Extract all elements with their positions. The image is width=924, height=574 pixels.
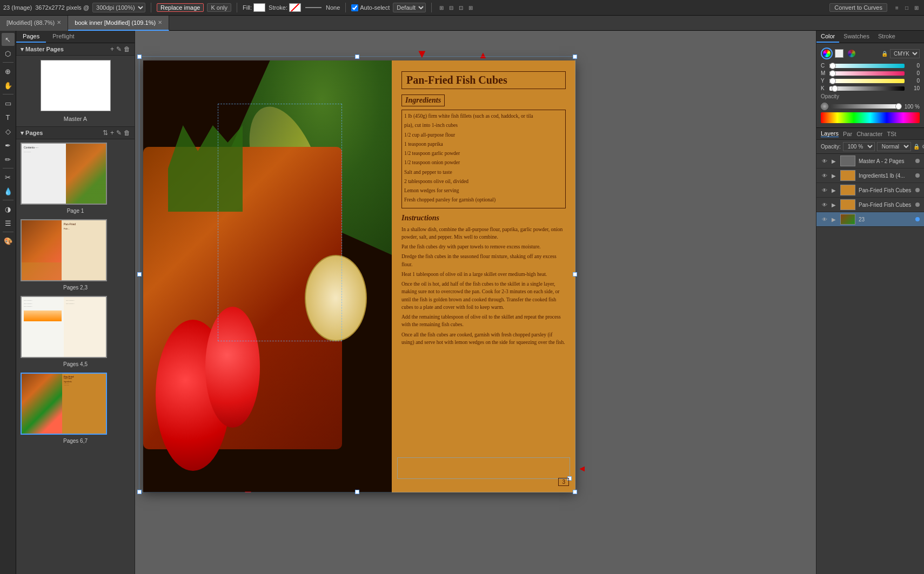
view-icon-3[interactable]: ⊞ [912,3,921,12]
page-45-label: Pages 4,5 [21,361,130,367]
pencil-tool[interactable]: ✏ [2,153,15,166]
color-swatch-display[interactable] [835,49,843,58]
page-67-thumbnail[interactable]: Pan-Fried Fish Cubes Ingredients········… [21,373,107,435]
page-1-thumbnail[interactable]: Contents····· ············ [21,143,107,205]
channel-y-slider[interactable] [829,79,905,83]
zoom-select[interactable]: 300dpi (100%) [92,3,145,12]
frame-tool[interactable]: ▭ [2,97,15,110]
align-icon-3[interactable]: ⊡ [457,3,465,12]
opacity-thumb[interactable] [895,103,902,110]
align-icon-4[interactable]: ⊞ [466,3,475,12]
opacity-slider[interactable] [831,104,899,109]
handle-tr [573,55,577,59]
canvas-area[interactable]: ▼ [135,31,816,574]
channel-m-slider[interactable] [829,71,905,76]
eyedropper-tool[interactable]: 💧 [2,185,15,198]
stroke-swatch[interactable] [289,3,301,12]
pages-arrange-icon[interactable]: ⇅ [103,129,108,137]
character-tab[interactable]: Character [856,131,882,137]
stroke-box[interactable] [289,3,301,12]
layer-eye-3[interactable]: 👁 [821,186,828,194]
pages-tab[interactable]: Pages [16,31,46,43]
text-tool[interactable]: T [2,111,15,124]
fill-swatch[interactable] [253,3,265,12]
pages-header: ▾ Pages ⇅ + ✎ 🗑 [16,126,135,139]
view-icon-1[interactable]: ≡ [893,3,901,12]
k-only-button[interactable]: K only [207,3,231,12]
page-23-thumbnail[interactable]: Pan-Fried Fish... [21,219,107,281]
layers-tab[interactable]: Layers [821,130,839,137]
swatches-tab[interactable]: Swatches [839,31,874,43]
master-add-icon[interactable]: + [110,45,114,53]
tab-book-inner-close[interactable]: ✕ [158,19,162,25]
opacity-dot[interactable] [821,103,828,110]
color-tab[interactable]: Color [816,31,839,43]
channel-m-thumb[interactable] [829,70,836,77]
layer-pan-fried-2[interactable]: 👁 ▶ Pan-Fried Fish Cubes [816,198,924,212]
fill-box[interactable] [253,3,265,12]
layers-opacity-select[interactable]: 100 % [843,142,875,151]
tst-tab[interactable]: TSt [887,131,896,137]
pan-tool[interactable]: ✋ [2,79,15,92]
scissors-tool[interactable]: ✂ [2,171,15,184]
page-45-thumbnail[interactable]: ········································… [21,296,107,358]
channel-c-thumb[interactable] [829,63,836,69]
layer-23[interactable]: 👁 ▶ 23 [816,212,924,227]
stroke-tab[interactable]: Stroke [874,31,900,43]
layers-settings-icon[interactable]: ⚙ [922,144,924,150]
align-icon-1[interactable]: ⊞ [437,3,446,12]
pages-add-icon[interactable]: + [110,129,114,137]
layer-eye-5[interactable]: 👁 [821,215,828,223]
channel-c-slider[interactable] [829,64,905,68]
auto-select-check[interactable] [351,4,358,11]
pages-edit-icon[interactable]: ✎ [116,129,122,137]
layer-arrow-4: ▶ [832,202,837,208]
layers-lock-icon[interactable]: 🔒 [913,144,920,150]
zoom-dropdown[interactable]: 300dpi (100%) [92,3,145,12]
channel-y: Y 0 [821,78,920,84]
page-spread: ▼ ▲ Pan-Fried Fish Cubes Ingredients 1 l… [143,60,575,492]
blend-mode-select[interactable]: Normal [877,142,911,151]
layer-eye-1[interactable]: 👁 [821,157,828,165]
view-icon-2[interactable]: □ [902,3,911,12]
color-tool[interactable]: 🎨 [2,234,15,247]
tab-untitled[interactable]: [Modified] (88.7%) ✕ [0,16,68,31]
layer-master-a[interactable]: 👁 ▶ Master A - 2 Pages [816,154,924,168]
hand-tool[interactable]: ☰ [2,217,15,229]
layer-thumb-5 [840,214,855,225]
opacity-label-row: Opacity [821,93,920,99]
layer-ingredients[interactable]: 👁 ▶ Ingredients1 lb (4... [816,168,924,183]
channel-y-thumb[interactable] [829,78,836,84]
master-delete-icon[interactable]: 🗑 [124,45,130,53]
color-lock-icon[interactable]: 🔒 [881,51,888,57]
tab-book-inner[interactable]: book inner [Modified] (109.1%) ✕ [68,16,169,31]
color-wheel2[interactable] [848,50,855,57]
preflight-tab[interactable]: Preflight [46,31,81,43]
channel-k-thumb[interactable] [832,85,838,92]
color-spectrum[interactable] [821,112,920,123]
gradient-tool[interactable]: ◑ [2,202,15,215]
layer-eye-4[interactable]: 👁 [821,201,828,208]
par-tab[interactable]: Par [843,131,852,137]
select-tool[interactable]: ↖ [2,33,15,46]
zoom-tool[interactable]: ⊕ [2,65,15,78]
pen-tool[interactable]: ✒ [2,139,15,152]
master-edit-icon[interactable]: ✎ [116,45,122,53]
color-wheel-icon[interactable] [821,48,833,59]
pages-delete-icon[interactable]: 🗑 [124,129,130,137]
tab-untitled-close[interactable]: ✕ [57,19,61,25]
layer-name-3: Pan-Fried Fish Cubes [859,187,912,193]
color-panel-section: Color Swatches Stroke 🔒 CMYK [816,31,924,128]
align-icon-2[interactable]: ⊟ [447,3,456,12]
layer-eye-2[interactable]: 👁 [821,172,828,179]
replace-image-button[interactable]: Replace image [157,3,204,12]
channel-k-slider[interactable] [829,86,905,91]
shape-tool[interactable]: ◇ [2,125,15,138]
node-tool[interactable]: ⬡ [2,47,15,60]
master-pages-header: ▾ Master Pages + ✎ 🗑 [16,43,135,56]
color-mode-select[interactable]: CMYK [890,49,920,58]
opacity-label: Opacity [821,93,839,99]
layer-pan-fried-1[interactable]: 👁 ▶ Pan-Fried Fish Cubes [816,183,924,198]
default-dropdown[interactable]: Default [393,3,426,12]
convert-to-curves-button[interactable]: Convert to Curves [829,3,887,12]
